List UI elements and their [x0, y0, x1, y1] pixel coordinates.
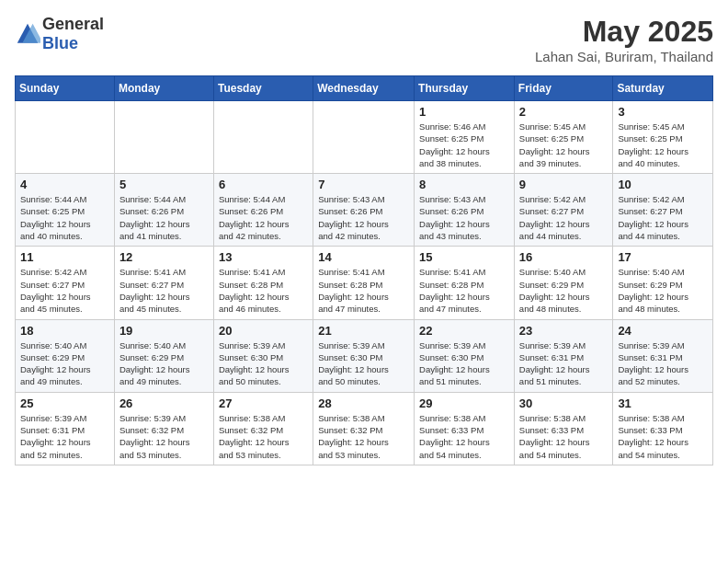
day-number: 8	[419, 178, 509, 191]
day-cell: 21Sunrise: 5:39 AM Sunset: 6:30 PM Dayli…	[313, 319, 415, 392]
day-info: Sunrise: 5:40 AM Sunset: 6:29 PM Dayligh…	[20, 339, 109, 388]
day-cell: 20Sunrise: 5:39 AM Sunset: 6:30 PM Dayli…	[213, 319, 313, 392]
day-info: Sunrise: 5:40 AM Sunset: 6:29 PM Dayligh…	[519, 266, 609, 315]
day-number: 18	[20, 324, 109, 338]
day-cell: 29Sunrise: 5:38 AM Sunset: 6:33 PM Dayli…	[415, 392, 515, 465]
day-info: Sunrise: 5:38 AM Sunset: 6:33 PM Dayligh…	[419, 412, 509, 461]
day-cell: 10Sunrise: 5:42 AM Sunset: 6:27 PM Dayli…	[613, 174, 713, 247]
day-cell: 28Sunrise: 5:38 AM Sunset: 6:32 PM Dayli…	[313, 392, 415, 465]
day-info: Sunrise: 5:41 AM Sunset: 6:27 PM Dayligh…	[119, 266, 209, 315]
day-cell: 3Sunrise: 5:45 AM Sunset: 6:25 PM Daylig…	[613, 101, 713, 174]
day-cell: 18Sunrise: 5:40 AM Sunset: 6:29 PM Dayli…	[16, 319, 115, 392]
day-number: 23	[519, 324, 609, 338]
day-number: 6	[219, 178, 308, 191]
day-number: 14	[318, 250, 409, 264]
day-cell: 27Sunrise: 5:38 AM Sunset: 6:32 PM Dayli…	[213, 392, 313, 465]
weekday-header-sunday: Sunday	[16, 76, 115, 101]
day-info: Sunrise: 5:44 AM Sunset: 6:26 PM Dayligh…	[219, 193, 308, 242]
day-number: 19	[119, 324, 209, 338]
day-info: Sunrise: 5:40 AM Sunset: 6:29 PM Dayligh…	[618, 266, 708, 315]
day-info: Sunrise: 5:41 AM Sunset: 6:28 PM Dayligh…	[318, 266, 409, 315]
day-number: 25	[20, 396, 109, 410]
day-number: 31	[618, 396, 708, 410]
logo-icon	[15, 21, 40, 47]
day-info: Sunrise: 5:39 AM Sunset: 6:31 PM Dayligh…	[519, 339, 609, 388]
day-info: Sunrise: 5:44 AM Sunset: 6:26 PM Dayligh…	[119, 193, 209, 242]
day-cell: 1Sunrise: 5:46 AM Sunset: 6:25 PM Daylig…	[415, 101, 515, 174]
day-info: Sunrise: 5:39 AM Sunset: 6:30 PM Dayligh…	[318, 339, 409, 388]
day-cell	[213, 101, 313, 174]
day-cell: 13Sunrise: 5:41 AM Sunset: 6:28 PM Dayli…	[213, 247, 313, 319]
day-number: 12	[119, 250, 209, 264]
day-info: Sunrise: 5:44 AM Sunset: 6:25 PM Dayligh…	[20, 193, 109, 242]
day-number: 20	[219, 324, 308, 338]
day-info: Sunrise: 5:42 AM Sunset: 6:27 PM Dayligh…	[618, 193, 708, 242]
day-cell: 7Sunrise: 5:43 AM Sunset: 6:26 PM Daylig…	[313, 174, 415, 247]
day-number: 27	[219, 396, 308, 410]
day-cell: 25Sunrise: 5:39 AM Sunset: 6:31 PM Dayli…	[16, 392, 115, 465]
day-number: 3	[618, 105, 708, 119]
day-number: 1	[419, 105, 509, 119]
weekday-header-row: SundayMondayTuesdayWednesdayThursdayFrid…	[16, 76, 713, 101]
day-cell: 8Sunrise: 5:43 AM Sunset: 6:26 PM Daylig…	[415, 174, 515, 247]
day-cell: 14Sunrise: 5:41 AM Sunset: 6:28 PM Dayli…	[313, 247, 415, 319]
day-cell: 17Sunrise: 5:40 AM Sunset: 6:29 PM Dayli…	[613, 247, 713, 319]
logo: General Blue	[15, 15, 104, 53]
day-info: Sunrise: 5:39 AM Sunset: 6:32 PM Dayligh…	[119, 412, 209, 461]
day-info: Sunrise: 5:42 AM Sunset: 6:27 PM Dayligh…	[519, 193, 609, 242]
day-info: Sunrise: 5:39 AM Sunset: 6:30 PM Dayligh…	[419, 339, 509, 388]
day-cell: 30Sunrise: 5:38 AM Sunset: 6:33 PM Dayli…	[514, 392, 613, 465]
day-info: Sunrise: 5:38 AM Sunset: 6:33 PM Dayligh…	[519, 412, 609, 461]
day-cell: 2Sunrise: 5:45 AM Sunset: 6:25 PM Daylig…	[514, 101, 613, 174]
logo-text-general: General	[42, 15, 104, 33]
day-info: Sunrise: 5:43 AM Sunset: 6:26 PM Dayligh…	[318, 193, 409, 242]
weekday-header-saturday: Saturday	[613, 76, 713, 101]
weekday-header-friday: Friday	[514, 76, 613, 101]
day-number: 11	[20, 250, 109, 264]
weekday-header-thursday: Thursday	[415, 76, 515, 101]
day-cell	[114, 101, 213, 174]
day-cell: 11Sunrise: 5:42 AM Sunset: 6:27 PM Dayli…	[16, 247, 115, 319]
week-row-5: 25Sunrise: 5:39 AM Sunset: 6:31 PM Dayli…	[16, 392, 713, 465]
page-header: General Blue May 2025 Lahan Sai, Buriram…	[15, 15, 713, 64]
day-number: 16	[519, 250, 609, 264]
day-number: 5	[119, 178, 209, 191]
day-number: 17	[618, 250, 708, 264]
day-number: 22	[419, 324, 509, 338]
day-info: Sunrise: 5:45 AM Sunset: 6:25 PM Dayligh…	[519, 121, 609, 169]
day-info: Sunrise: 5:39 AM Sunset: 6:30 PM Dayligh…	[219, 339, 308, 388]
location-title: Lahan Sai, Buriram, Thailand	[535, 49, 713, 64]
day-info: Sunrise: 5:38 AM Sunset: 6:33 PM Dayligh…	[618, 412, 708, 461]
day-cell: 4Sunrise: 5:44 AM Sunset: 6:25 PM Daylig…	[16, 174, 115, 247]
day-info: Sunrise: 5:40 AM Sunset: 6:29 PM Dayligh…	[119, 339, 209, 388]
day-number: 24	[618, 324, 708, 338]
day-info: Sunrise: 5:45 AM Sunset: 6:25 PM Dayligh…	[618, 121, 708, 169]
week-row-3: 11Sunrise: 5:42 AM Sunset: 6:27 PM Dayli…	[16, 247, 713, 319]
day-cell: 19Sunrise: 5:40 AM Sunset: 6:29 PM Dayli…	[114, 319, 213, 392]
week-row-2: 4Sunrise: 5:44 AM Sunset: 6:25 PM Daylig…	[16, 174, 713, 247]
day-number: 10	[618, 178, 708, 191]
day-number: 13	[219, 250, 308, 264]
weekday-header-wednesday: Wednesday	[313, 76, 415, 101]
day-info: Sunrise: 5:43 AM Sunset: 6:26 PM Dayligh…	[419, 193, 509, 242]
title-block: May 2025 Lahan Sai, Buriram, Thailand	[535, 15, 713, 64]
day-info: Sunrise: 5:46 AM Sunset: 6:25 PM Dayligh…	[419, 121, 509, 169]
calendar-table: SundayMondayTuesdayWednesdayThursdayFrid…	[15, 75, 713, 465]
day-cell: 23Sunrise: 5:39 AM Sunset: 6:31 PM Dayli…	[514, 319, 613, 392]
day-info: Sunrise: 5:39 AM Sunset: 6:31 PM Dayligh…	[618, 339, 708, 388]
day-number: 7	[318, 178, 409, 191]
day-number: 9	[519, 178, 609, 191]
day-info: Sunrise: 5:38 AM Sunset: 6:32 PM Dayligh…	[318, 412, 409, 461]
day-cell: 31Sunrise: 5:38 AM Sunset: 6:33 PM Dayli…	[613, 392, 713, 465]
day-number: 15	[419, 250, 509, 264]
logo-text-blue: Blue	[42, 34, 78, 52]
day-info: Sunrise: 5:39 AM Sunset: 6:31 PM Dayligh…	[20, 412, 109, 461]
day-number: 30	[519, 396, 609, 410]
day-number: 4	[20, 178, 109, 191]
day-cell: 12Sunrise: 5:41 AM Sunset: 6:27 PM Dayli…	[114, 247, 213, 319]
day-cell: 26Sunrise: 5:39 AM Sunset: 6:32 PM Dayli…	[114, 392, 213, 465]
day-cell: 5Sunrise: 5:44 AM Sunset: 6:26 PM Daylig…	[114, 174, 213, 247]
day-cell: 24Sunrise: 5:39 AM Sunset: 6:31 PM Dayli…	[613, 319, 713, 392]
day-cell: 16Sunrise: 5:40 AM Sunset: 6:29 PM Dayli…	[514, 247, 613, 319]
weekday-header-monday: Monday	[114, 76, 213, 101]
